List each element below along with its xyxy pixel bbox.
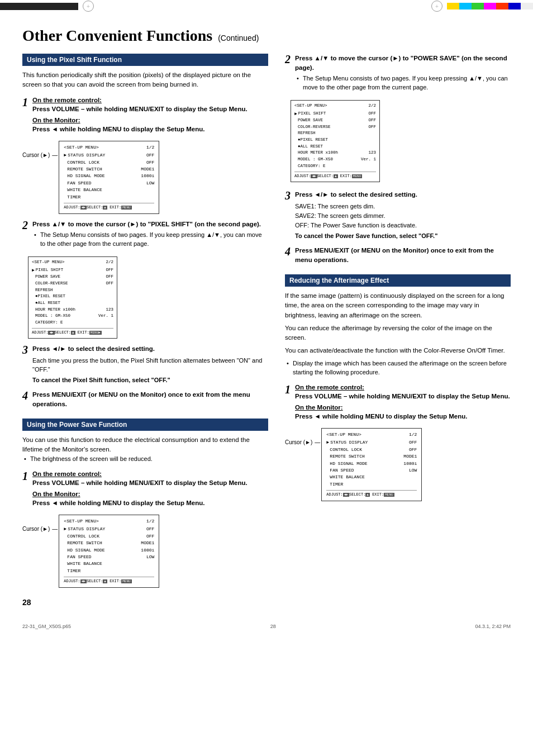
screen-5: <SET-UP MENU> 1/2 ► STATUS DISPLAY OFF C… <box>321 428 422 501</box>
power-save-step-1: 1 On the remote control: Press VOLUME – … <box>22 470 268 508</box>
pixel-shift-step-2: 2 Press ▲/▼ to move the cursor (►) to "P… <box>22 220 268 250</box>
bottom-left: 22-31_GM_X50S.p65 <box>22 624 71 629</box>
screen-2-wrap: <SET-UP MENU> 2/2 ► PIXEL SHIFT OFF POWE… <box>28 256 268 339</box>
screen-1-wrap: Cursor (►) — <SET-UP MENU> 1/2 ► STATUS … <box>22 141 268 214</box>
afterimage-step-1: 1 On the remote control: Press VOLUME – … <box>285 384 511 421</box>
registration-mark-right <box>431 1 442 12</box>
registration-mark-left <box>83 1 94 12</box>
cursor-label-3: Cursor (►) <box>22 526 50 532</box>
left-column: Using the Pixel Shift Function This func… <box>22 54 268 596</box>
pixel-shift-intro: This function periodically shift the pos… <box>22 70 268 90</box>
title-main: Other Convenient Functions <box>22 27 212 45</box>
power-save-section: Using the Power Save Function You can us… <box>22 419 268 588</box>
color-red <box>496 3 508 9</box>
black-bar-left <box>0 3 78 10</box>
bottom-right: 04.3.1, 2:42 PM <box>475 624 511 629</box>
cursor-arrow-1: — <box>52 152 58 158</box>
pixel-shift-section: Using the Pixel Shift Function This func… <box>22 54 268 411</box>
cursor-arrow-3: — <box>52 526 58 532</box>
pixel-shift-step-1: 1 On the remote control: Press VOLUME – … <box>22 97 268 134</box>
screen-2: <SET-UP MENU> 2/2 ► PIXEL SHIFT OFF POWE… <box>28 256 117 339</box>
power-save-right-step-4: 4 Press MENU/EXIT (or MENU on the Monito… <box>285 246 511 267</box>
color-magenta <box>484 3 496 9</box>
afterimage-section: Reducing the Afterimage Effect If the sa… <box>285 274 511 501</box>
screen-4-wrap: <SET-UP MENU> 2/2 ► PIXEL SHIFT OFF POWE… <box>291 100 511 182</box>
power-save-intro: You can use this function to reduce the … <box>22 435 268 463</box>
bottom-center: 28 <box>270 624 276 629</box>
screen-3-wrap: Cursor (►) — <SET-UP MENU> 1/2 ► STATUS … <box>22 515 268 588</box>
bottom-bar: 22-31_GM_X50S.p65 28 04.3.1, 2:42 PM <box>0 624 533 629</box>
power-save-header: Using the Power Save Function <box>22 419 268 431</box>
right-column: 2 Press ▲/▼ to move the cursor (►) to "P… <box>285 54 511 596</box>
pixel-shift-header: Using the Pixel Shift Function <box>22 54 268 66</box>
main-columns: Using the Pixel Shift Function This func… <box>22 54 511 596</box>
screen-5-wrap: Cursor (►) — <SET-UP MENU> 1/2 ► STATUS … <box>285 428 511 501</box>
afterimage-header: Reducing the Afterimage Effect <box>285 274 511 287</box>
color-cyan <box>459 3 472 9</box>
power-save-right: 2 Press ▲/▼ to move the cursor (►) to "P… <box>285 54 511 267</box>
cursor-arrow-5: — <box>315 439 320 445</box>
power-save-right-step-2: 2 Press ▲/▼ to move the cursor (►) to "P… <box>285 54 511 93</box>
power-save-right-step-3: 3 Press ◄/► to select the desired settin… <box>285 190 511 239</box>
pixel-shift-step-4: 4 Press MENU/EXIT (or MENU on the Monito… <box>22 390 268 411</box>
cursor-label-5: Cursor (►) <box>285 439 312 445</box>
page-title: Other Convenient Functions (Continued) <box>22 27 511 45</box>
top-decoration-bar <box>0 0 533 12</box>
color-white <box>521 3 533 9</box>
cursor-label-1: Cursor (►) <box>22 152 50 158</box>
screen-1: <SET-UP MENU> 1/2 ► STATUS DISPLAY OFF C… <box>59 141 159 214</box>
pixel-shift-step-3: 3 Press ◄/► to select the desired settin… <box>22 344 268 383</box>
screen-4: <SET-UP MENU> 2/2 ► PIXEL SHIFT OFF POWE… <box>291 100 380 182</box>
page-number: 28 <box>22 598 31 607</box>
title-continued: (Continued) <box>218 34 259 42</box>
screen-3: <SET-UP MENU> 1/2 ► STATUS DISPLAY OFF C… <box>59 515 159 588</box>
color-bar-right <box>447 3 533 10</box>
color-green <box>472 3 484 9</box>
color-blue <box>508 3 521 9</box>
color-yellow <box>447 3 459 9</box>
page-content: Other Convenient Functions (Continued) U… <box>0 16 533 618</box>
afterimage-intro: If the same image (pattern) is continuou… <box>285 291 511 377</box>
